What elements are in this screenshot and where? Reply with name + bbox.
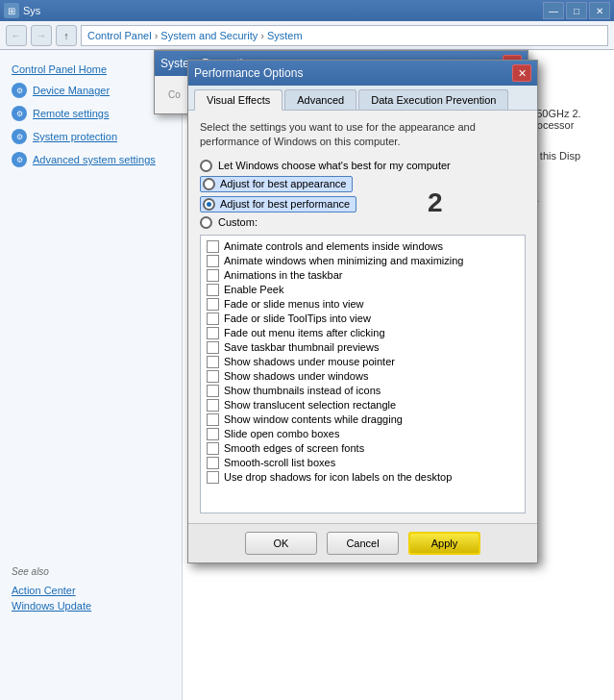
checkbox-label-4: Fade or slide menus into view xyxy=(224,298,364,310)
maximize-button[interactable]: □ xyxy=(566,2,587,19)
performance-description: Select the settings you want to use for … xyxy=(200,120,526,150)
checkbox-label-13: Slide open combo boxes xyxy=(224,428,339,439)
performance-tabs: Visual Effects Advanced Data Execution P… xyxy=(188,86,537,111)
forward-button[interactable]: → xyxy=(31,25,52,46)
checkbox-label-6: Fade out menu items after clicking xyxy=(224,327,385,338)
sidebar-label-windows-update: Windows Update xyxy=(12,600,91,612)
checkbox-label-14: Smooth edges of screen fonts xyxy=(224,442,364,454)
checkbox-7[interactable] xyxy=(207,341,219,354)
system-protection-icon: ⚙ xyxy=(12,129,27,144)
checkbox-1[interactable] xyxy=(207,255,219,267)
checkbox-item-6[interactable]: Fade out menu items after clicking xyxy=(205,326,521,340)
checkbox-15[interactable] xyxy=(207,457,219,469)
back-button[interactable]: ← xyxy=(6,25,27,46)
checkbox-11[interactable] xyxy=(207,399,219,412)
more-info-link[interactable]: ns xyxy=(528,190,604,202)
sidebar-label-advanced-settings: Advanced system settings xyxy=(33,154,156,165)
sidebar-label-system-protection: System protection xyxy=(33,131,117,142)
checkbox-item-14[interactable]: Smooth edges of screen fonts xyxy=(205,441,521,456)
title-bar-controls: — □ ✕ xyxy=(543,2,610,19)
radio-best-appearance[interactable] xyxy=(203,178,215,190)
sidebar-item-advanced-settings[interactable]: ⚙ Advanced system settings xyxy=(0,148,182,171)
radio-option-best-appearance[interactable]: Adjust for best appearance xyxy=(200,176,526,192)
performance-close-button[interactable]: ✕ xyxy=(512,64,531,82)
radio-let-windows[interactable] xyxy=(200,160,212,172)
advanced-settings-icon: ⚙ xyxy=(12,152,27,167)
checkbox-item-13[interactable]: Slide open combo boxes xyxy=(205,427,521,441)
checkbox-13[interactable] xyxy=(207,428,219,440)
processor-ghz: 2.50GHz 2. xyxy=(528,108,604,119)
breadcrumb-control-panel[interactable]: Control Panel xyxy=(87,30,152,41)
checkbox-label-15: Smooth-scroll list boxes xyxy=(224,457,335,468)
tab-advanced[interactable]: Advanced xyxy=(284,89,356,110)
checkbox-label-2: Animations in the taskbar xyxy=(224,269,343,281)
checkbox-10[interactable] xyxy=(207,385,219,397)
breadcrumb-system[interactable]: System xyxy=(267,30,303,41)
checkbox-label-9: Show shadows under windows xyxy=(224,370,368,382)
checkbox-label-12: Show window contents while dragging xyxy=(224,413,403,425)
title-bar: ⊞ Sys — □ ✕ xyxy=(0,0,614,21)
checkbox-6[interactable] xyxy=(207,327,219,339)
up-button[interactable]: ↑ xyxy=(56,25,77,46)
cancel-button[interactable]: Cancel xyxy=(327,532,399,555)
checkbox-0[interactable] xyxy=(207,240,219,253)
checkbox-item-3[interactable]: Enable Peek xyxy=(205,283,521,297)
checkbox-item-10[interactable]: Show thumbnails instead of icons xyxy=(205,384,521,398)
checkbox-2[interactable] xyxy=(207,269,219,282)
radio-label-best-performance: Adjust for best performance xyxy=(220,198,350,210)
checkbox-item-4[interactable]: Fade or slide menus into view xyxy=(205,297,521,312)
breadcrumb-system-security[interactable]: System and Security xyxy=(160,30,258,41)
sidebar: Control Panel Home ⚙ Device Manager ⚙ Re… xyxy=(0,50,183,700)
checkbox-item-0[interactable]: Animate controls and elements inside win… xyxy=(205,239,521,254)
checkbox-label-10: Show thumbnails instead of icons xyxy=(224,385,381,396)
apply-button[interactable]: Apply xyxy=(408,532,480,555)
checkbox-item-2[interactable]: Animations in the taskbar xyxy=(205,268,521,283)
checkbox-label-0: Animate controls and elements inside win… xyxy=(224,240,443,252)
checkbox-label-8: Show shadows under mouse pointer xyxy=(224,356,395,367)
sidebar-item-system-protection[interactable]: ⚙ System protection xyxy=(0,125,182,148)
breadcrumb: Control Panel › System and Security › Sy… xyxy=(81,25,608,46)
remote-settings-icon: ⚙ xyxy=(12,106,27,121)
ok-button[interactable]: OK xyxy=(245,532,317,555)
radio-label-let-windows: Let Windows choose what's best for my co… xyxy=(218,160,451,171)
processor-label: processor xyxy=(528,119,604,131)
radio-label-best-appearance: Adjust for best appearance xyxy=(220,178,346,189)
radio-option-best-performance[interactable]: Adjust for best performance xyxy=(200,196,526,212)
radio-best-appearance-container: Adjust for best appearance xyxy=(200,176,353,192)
performance-dialog-buttons: OK Cancel Apply xyxy=(188,523,537,562)
radio-option-let-windows[interactable]: Let Windows choose what's best for my co… xyxy=(200,160,526,172)
tab-dep[interactable]: Data Execution Prevention xyxy=(358,89,508,110)
radio-custom[interactable] xyxy=(200,216,212,229)
checkbox-5[interactable] xyxy=(207,312,219,325)
checkbox-4[interactable] xyxy=(207,298,219,311)
radio-best-performance[interactable] xyxy=(203,198,215,211)
visual-effects-list[interactable]: Animate controls and elements inside win… xyxy=(200,235,526,513)
checkbox-8[interactable] xyxy=(207,356,219,368)
checkbox-3[interactable] xyxy=(207,284,219,296)
checkbox-label-16: Use drop shadows for icon labels on the … xyxy=(224,471,452,483)
checkbox-item-9[interactable]: Show shadows under windows xyxy=(205,369,521,384)
checkbox-16[interactable] xyxy=(207,471,219,484)
checkbox-item-7[interactable]: Save taskbar thumbnail previews xyxy=(205,340,521,355)
device-manager-icon: ⚙ xyxy=(12,83,27,98)
checkbox-label-11: Show translucent selection rectangle xyxy=(224,399,396,411)
checkbox-label-1: Animate windows when minimizing and maxi… xyxy=(224,255,463,266)
checkbox-item-11[interactable]: Show translucent selection rectangle xyxy=(205,398,521,412)
checkbox-item-16[interactable]: Use drop shadows for icon labels on the … xyxy=(205,470,521,485)
close-button[interactable]: ✕ xyxy=(589,2,610,19)
checkbox-12[interactable] xyxy=(207,413,219,426)
display-note: or this Disp xyxy=(528,150,604,162)
checkbox-item-5[interactable]: Fade or slide ToolTips into view xyxy=(205,312,521,326)
checkbox-9[interactable] xyxy=(207,370,219,383)
radio-option-custom[interactable]: Custom: xyxy=(200,216,526,229)
sidebar-action-center[interactable]: Action Center xyxy=(12,583,166,598)
minimize-button[interactable]: — xyxy=(543,2,564,19)
checkbox-item-8[interactable]: Show shadows under mouse pointer xyxy=(205,355,521,369)
checkbox-item-1[interactable]: Animate windows when minimizing and maxi… xyxy=(205,254,521,268)
checkbox-item-12[interactable]: Show window contents while dragging xyxy=(205,412,521,427)
checkbox-item-15[interactable]: Smooth-scroll list boxes xyxy=(205,456,521,470)
sidebar-windows-update[interactable]: Windows Update xyxy=(12,598,166,613)
tab-visual-effects[interactable]: Visual Effects xyxy=(194,89,282,111)
checkbox-14[interactable] xyxy=(207,442,219,455)
address-bar: ← → ↑ Control Panel › System and Securit… xyxy=(0,21,614,50)
